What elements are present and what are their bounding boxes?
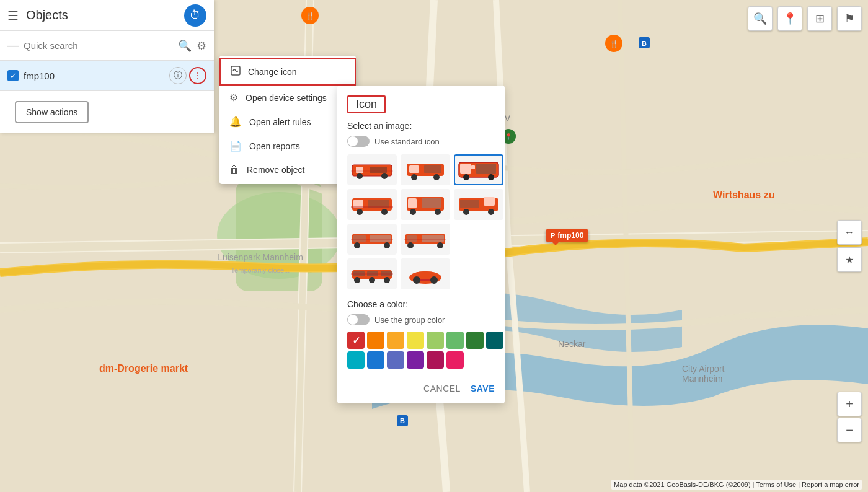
svg-point-55 xyxy=(435,209,441,215)
svg-rect-58 xyxy=(460,200,479,208)
icon-panel: Icon Select an image: Use standard icon xyxy=(337,86,505,403)
alert-rules-icon: 🔔 xyxy=(229,116,242,128)
color-swatch-amber[interactable] xyxy=(387,332,404,349)
svg-point-78 xyxy=(354,277,360,283)
map-vehicle-pin: P fmp100 xyxy=(546,229,588,242)
svg-rect-57 xyxy=(484,197,495,206)
ctx-device-settings-label: Open device settings xyxy=(246,93,327,103)
map-star-btn[interactable]: ★ xyxy=(837,247,862,272)
icon-option-1[interactable] xyxy=(347,154,397,185)
ctx-change-icon[interactable]: Change icon xyxy=(219,58,356,86)
history-button[interactable]: ⏱ xyxy=(184,4,206,27)
svg-point-80 xyxy=(384,277,390,283)
color-swatch-dark-green[interactable] xyxy=(466,332,484,349)
expand-icon[interactable]: — xyxy=(7,39,19,52)
svg-rect-69 xyxy=(407,235,417,242)
color-swatch-teal[interactable] xyxy=(486,332,503,349)
ctx-alert-rules[interactable]: 🔔 Open alert rules xyxy=(219,110,356,134)
map-side-controls: ↔ ★ xyxy=(837,220,862,272)
item-label: fmp100 xyxy=(24,71,169,81)
color-swatch-red[interactable] xyxy=(347,332,365,349)
color-swatch-pink[interactable] xyxy=(427,351,444,369)
color-swatch-light-green[interactable] xyxy=(427,332,444,349)
map-layers-btn[interactable]: ⊞ xyxy=(807,6,832,31)
group-color-toggle[interactable] xyxy=(347,314,370,325)
color-swatch-purple[interactable] xyxy=(407,351,424,369)
color-swatch-hot-pink[interactable] xyxy=(446,351,464,369)
panel-actions: CANCEL SAVE xyxy=(347,379,495,393)
show-actions-button[interactable]: Show actions xyxy=(15,101,89,123)
svg-point-86 xyxy=(430,276,438,284)
color-swatch-yellow[interactable] xyxy=(407,332,424,349)
svg-point-66 xyxy=(354,242,360,248)
ctx-reports[interactable]: 📄 Open reports xyxy=(219,134,356,158)
svg-rect-35 xyxy=(424,165,441,173)
change-icon-icon xyxy=(231,66,241,78)
svg-point-54 xyxy=(410,209,416,215)
map-zoom-controls: + − xyxy=(837,392,862,442)
icon-option-5[interactable] xyxy=(401,189,450,220)
map-location-btn[interactable]: 📍 xyxy=(777,6,802,31)
item-more-button[interactable]: ⋮ xyxy=(189,67,206,84)
svg-point-31 xyxy=(381,173,388,179)
svg-rect-29 xyxy=(370,167,387,173)
map-search-btn[interactable]: 🔍 xyxy=(748,6,773,31)
icon-option-2[interactable] xyxy=(401,154,450,185)
icon-option-7[interactable] xyxy=(347,224,397,255)
map-flag-btn[interactable]: ⚑ xyxy=(837,6,862,31)
svg-text:Neckar: Neckar xyxy=(558,339,586,349)
save-button[interactable]: SAVE xyxy=(471,384,495,393)
svg-text:Temporarily close...: Temporarily close... xyxy=(231,266,290,274)
history-icon: ⏱ xyxy=(190,9,201,22)
svg-text:🍴: 🍴 xyxy=(609,39,619,48)
svg-rect-81 xyxy=(351,273,393,275)
svg-rect-53 xyxy=(422,198,441,208)
ctx-device-settings[interactable]: ⚙ Open device settings xyxy=(219,86,356,110)
ctx-reports-label: Open reports xyxy=(249,141,300,151)
icon-option-9[interactable] xyxy=(347,258,397,289)
color-swatch-orange[interactable] xyxy=(367,332,384,349)
item-info-button[interactable]: ⓘ xyxy=(169,67,187,84)
item-checkbox[interactable]: ✓ xyxy=(7,70,19,81)
svg-point-36 xyxy=(411,174,417,180)
search-input[interactable] xyxy=(24,40,173,51)
svg-point-43 xyxy=(488,174,494,180)
svg-text:Mannheim: Mannheim xyxy=(682,374,722,384)
svg-rect-64 xyxy=(370,235,391,242)
svg-point-49 xyxy=(381,209,388,215)
map-arrows-btn[interactable]: ↔ xyxy=(837,220,862,245)
select-image-label: Select an image: xyxy=(347,121,495,131)
hamburger-icon[interactable]: ☰ xyxy=(7,8,19,23)
svg-point-60 xyxy=(488,209,494,215)
svg-text:B: B xyxy=(400,417,405,424)
settings-icon[interactable]: ⚙ xyxy=(197,39,206,53)
icon-option-3[interactable] xyxy=(454,154,503,185)
sidebar-header: ☰ Objects ⏱ xyxy=(0,0,214,31)
colors-grid xyxy=(347,332,495,369)
map-zoom-in-btn[interactable]: + xyxy=(837,392,862,416)
standard-icon-toggle[interactable] xyxy=(347,136,370,147)
cancel-button[interactable]: CANCEL xyxy=(423,384,461,393)
icon-option-8[interactable] xyxy=(401,224,450,255)
color-swatch-blue[interactable] xyxy=(367,351,384,369)
svg-point-59 xyxy=(463,209,469,215)
icon-option-4[interactable] xyxy=(347,189,397,220)
icon-option-6[interactable] xyxy=(454,189,503,220)
group-color-label: Use the group color xyxy=(374,315,445,325)
object-item-fmp100[interactable]: ✓ fmp100 ⓘ ⋮ xyxy=(0,61,214,91)
ctx-remove-object[interactable]: 🗑 Remove object xyxy=(219,158,356,182)
search-icon[interactable]: 🔍 xyxy=(178,39,192,53)
icon-option-10[interactable] xyxy=(401,258,450,289)
map-zoom-out-btn[interactable]: − xyxy=(837,418,862,442)
device-settings-icon: ⚙ xyxy=(229,92,238,103)
svg-point-79 xyxy=(369,277,375,283)
color-swatch-cyan[interactable] xyxy=(347,351,365,369)
svg-point-67 xyxy=(384,242,390,248)
color-swatch-green[interactable] xyxy=(446,332,464,349)
color-swatch-indigo[interactable] xyxy=(387,351,404,369)
ctx-remove-object-label: Remove object xyxy=(247,165,304,175)
svg-point-85 xyxy=(413,276,420,284)
map-pin-label: fmp100 xyxy=(557,231,583,240)
map-top-controls: 🔍 📍 ⊞ ⚑ xyxy=(748,6,862,31)
svg-point-30 xyxy=(356,173,363,179)
